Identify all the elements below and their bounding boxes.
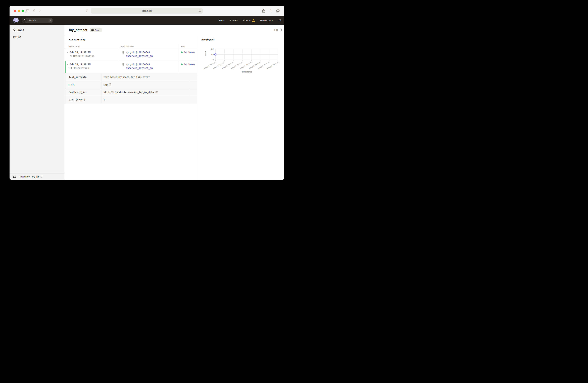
- event-type-label: Observation: [73, 67, 89, 69]
- zoom-window-button[interactable]: [21, 10, 24, 12]
- metadata-value: 1: [104, 98, 105, 101]
- collapse-caret-icon[interactable]: ▼: [67, 63, 68, 65]
- search-shortcut-badge: /: [49, 19, 52, 22]
- browser-toolbar: localhost: [10, 6, 284, 16]
- run-id-link[interactable]: 14b1aeee: [184, 63, 195, 66]
- chart-title: size (bytes): [197, 35, 284, 44]
- search-icon: [22, 18, 27, 23]
- metadata-key: dashboard_url: [65, 88, 101, 96]
- sidebar-toggle-icon[interactable]: [26, 6, 29, 16]
- repository-footer: __repository__my_job: [10, 173, 65, 180]
- metadata-row-text-metadata: text_metadata Text-based metadata for th…: [65, 73, 197, 81]
- asset-table-icon: [91, 29, 94, 31]
- run-status-dot: [181, 51, 183, 53]
- nav-status[interactable]: Status: [243, 19, 255, 22]
- metadata-row-size-bytes: size (bytes) 1: [65, 96, 197, 103]
- op-icon: [122, 67, 125, 69]
- observation-eye-icon: [69, 67, 72, 69]
- jobs-sidebar: Jobs my_job __repository__my_job: [10, 25, 65, 180]
- settings-gear-icon[interactable]: ⚙: [278, 19, 281, 22]
- address-bar[interactable]: localhost: [91, 8, 203, 14]
- poll-timer: 0:04: [273, 29, 282, 31]
- col-timestamp: Timestamp: [65, 44, 118, 49]
- materialization-icon: [69, 55, 72, 57]
- op-link[interactable]: observes_dataset_op: [126, 67, 153, 69]
- metadata-key: text_metadata: [65, 73, 101, 81]
- job-run-link[interactable]: my_job @ 28c50649: [126, 63, 150, 66]
- asset-badge: Asset: [90, 28, 102, 32]
- repository-reload-icon[interactable]: [41, 176, 43, 178]
- asset-badge-label: Asset: [95, 29, 100, 31]
- poll-refresh-icon[interactable]: [279, 29, 282, 31]
- nav-workspace[interactable]: Workspace: [260, 19, 273, 22]
- col-run: Run: [179, 44, 197, 49]
- close-window-button[interactable]: [14, 10, 16, 12]
- copy-clipboard-icon[interactable]: [109, 83, 111, 86]
- url-text: localhost: [142, 10, 151, 12]
- op-icon: [122, 55, 125, 57]
- run-status-dot: [181, 63, 183, 65]
- table-row-observation: ▼ Feb 16, 1:09 PM: [65, 61, 197, 73]
- privacy-shield-icon[interactable]: [86, 6, 88, 16]
- nav-assets[interactable]: Assets: [230, 19, 238, 22]
- data-point: [214, 54, 216, 56]
- new-tab-icon[interactable]: [269, 6, 273, 16]
- metadata-value: Text-based metadata for this event: [104, 76, 150, 78]
- folder-icon: [13, 176, 16, 178]
- search-placeholder: Search...: [28, 19, 38, 22]
- metadata-key: size (bytes): [65, 96, 101, 103]
- event-type-label: Materialization: [73, 55, 94, 57]
- plot-area: [215, 49, 278, 60]
- asset-activity-title: Asset Activity: [65, 35, 197, 44]
- run-id-link[interactable]: 14b1aeee: [184, 51, 195, 54]
- x-axis-label: Timestamp: [215, 71, 278, 73]
- expand-caret-icon[interactable]: ▶: [67, 51, 68, 53]
- y-tick: 1.0: [206, 54, 213, 56]
- table-row-materialization: ▶ Feb 16, 1:09 PM: [65, 49, 197, 61]
- browser-window: localhost: [10, 6, 284, 180]
- search-input[interactable]: Search... /: [22, 18, 53, 23]
- size-bytes-chart-panel: size (bytes) Value 2.0 1.0 0: [197, 35, 284, 180]
- job-graph-icon: [13, 29, 16, 31]
- col-job-pipeline: Job / Pipeline: [118, 44, 179, 49]
- nav-runs[interactable]: Runs: [219, 19, 225, 22]
- job-graph-icon: [122, 51, 125, 54]
- desktop-background: localhost: [0, 0, 294, 192]
- poll-timer-value: 0:04: [273, 29, 278, 31]
- asset-title-band: my_dataset Asset 0:04: [65, 25, 284, 35]
- tab-overview-icon[interactable]: [276, 6, 280, 16]
- page-title: my_dataset: [69, 28, 87, 32]
- op-link[interactable]: observes_dataset_op: [126, 55, 153, 57]
- dagster-logo[interactable]: [13, 17, 19, 23]
- repository-name: __repository__my_job: [17, 176, 40, 178]
- warning-icon: [252, 19, 255, 22]
- metadata-row-path: path tmp: [65, 81, 197, 88]
- y-tick: 0: [206, 59, 213, 61]
- share-icon[interactable]: [262, 6, 265, 16]
- metadata-key: path: [65, 81, 101, 88]
- dashboard-url-link[interactable]: http://mycoolsite.com/url_for_my_data: [104, 91, 154, 93]
- event-timestamp: Feb 16, 1:09 PM: [69, 63, 90, 66]
- y-tick: 2.0: [206, 48, 213, 50]
- back-icon[interactable]: [33, 6, 35, 16]
- external-link-icon[interactable]: [155, 91, 158, 93]
- path-link[interactable]: tmp: [104, 83, 107, 86]
- forward-icon[interactable]: [39, 6, 41, 16]
- event-timestamp: Feb 16, 1:09 PM: [69, 51, 90, 54]
- jobs-section-title: Jobs: [18, 28, 24, 32]
- size-bytes-chart: Value 2.0 1.0 0: [197, 44, 284, 76]
- app-header: Search... / Runs Assets Status Workspace…: [10, 16, 284, 25]
- asset-activity-panel: Asset Activity Timestamp Job / Pipeline …: [65, 35, 197, 180]
- sidebar-item-my-job[interactable]: my_job: [10, 32, 65, 38]
- metadata-row-dashboard-url: dashboard_url http://mycoolsite.com/url_…: [65, 88, 197, 96]
- jobs-section-header: Jobs: [10, 25, 65, 32]
- header-nav: Runs Assets Status Workspace ⚙: [219, 19, 281, 22]
- job-run-link[interactable]: my_job @ 28c50649: [126, 51, 150, 54]
- activity-table-header: Timestamp Job / Pipeline Run: [65, 44, 197, 49]
- reload-icon[interactable]: [198, 9, 201, 12]
- minimize-window-button[interactable]: [18, 10, 20, 12]
- job-graph-icon: [122, 63, 125, 66]
